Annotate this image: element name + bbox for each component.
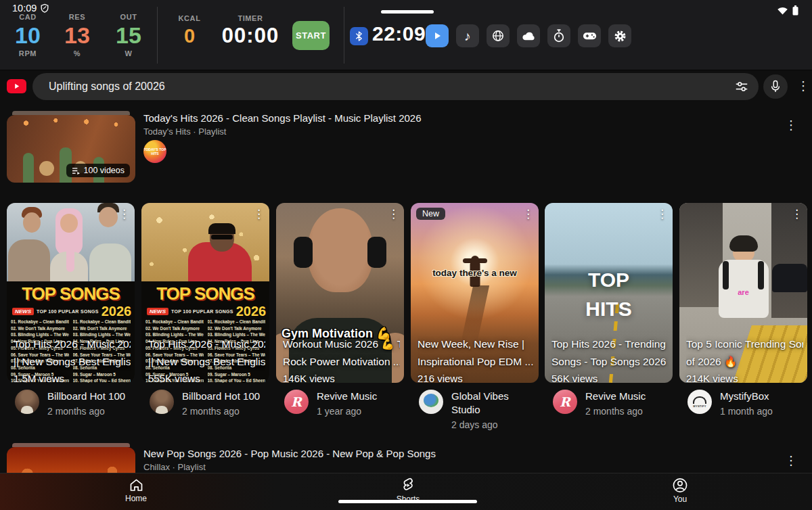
playlist-title[interactable]: New Pop Songs 2026 - Pop Music 2026 - Ne… xyxy=(143,448,436,459)
nav-you[interactable]: You xyxy=(672,477,689,504)
video-thumbnail[interactable]: TOP SONGS NEWS TOP 100 PUPLAR SONGS 2026… xyxy=(7,203,135,383)
cloud-app-button[interactable] xyxy=(517,24,540,47)
thumb-photo xyxy=(141,203,269,281)
video-title-overlay[interactable]: Top Hits 2026 - Music 2026 || New Songs … xyxy=(14,335,131,383)
channel-name[interactable]: Revive Music xyxy=(585,390,646,403)
new-badge: New xyxy=(416,208,445,220)
voice-search-button[interactable] xyxy=(763,74,788,99)
divider xyxy=(157,7,158,64)
statusbar-left: 10:09 xyxy=(12,3,49,14)
face xyxy=(60,214,78,233)
resistance-value: 13 xyxy=(64,21,90,49)
headphones-icon xyxy=(693,396,706,404)
battery-icon xyxy=(792,5,798,16)
backpack-strap xyxy=(758,261,764,289)
video-thumbnail[interactable]: are ⋮ Top 5 Iconic Trending Songs of 202… xyxy=(679,203,807,383)
filter-tune-icon[interactable] xyxy=(734,79,749,94)
channel-name[interactable]: Billboard Hot 100 xyxy=(47,390,125,403)
video-thumbnail[interactable]: Gym Motivation 💪 ⋮ Workout Music 2026 💪 … xyxy=(276,203,404,383)
video-age: 2 months ago xyxy=(585,404,646,418)
statusbar-clock: 10:09 xyxy=(12,3,37,14)
screen: 10:09 CAD 10 RPM RES 13 % OUT 15 W KCAL … xyxy=(0,0,812,510)
channel-avatar[interactable]: R xyxy=(284,390,309,414)
video-menu-button[interactable]: ⋮ xyxy=(253,207,265,221)
settings-app-button[interactable] xyxy=(608,24,631,47)
video-title-overlay[interactable]: Top Hits 2026 - Music 2026 || New Songs … xyxy=(148,335,265,383)
gear-icon xyxy=(613,29,627,43)
video-title-overlay[interactable]: Top Hits 2026 - Trending Songs - Top Son… xyxy=(551,335,669,383)
playlist-menu-button[interactable]: ⋮ xyxy=(785,455,797,467)
fitness-top-bar: 10:09 CAD 10 RPM RES 13 % OUT 15 W KCAL … xyxy=(0,0,812,70)
metric-cadence: CAD 10 RPM xyxy=(15,13,41,57)
video-menu-button[interactable]: ⋮ xyxy=(656,207,668,221)
shield-icon xyxy=(40,3,49,14)
person xyxy=(8,239,50,281)
video-card: New today there's a new ⋮ New Week, New … xyxy=(411,203,539,432)
video-title-line1: Top 5 Iconic Trending Songs xyxy=(686,335,803,353)
stopwatch-app-button[interactable] xyxy=(547,24,570,47)
nav-home-label: Home xyxy=(125,494,147,503)
games-app-button[interactable] xyxy=(578,24,601,47)
playlist-title[interactable]: Today's Hits 2026 - Clean Songs Playlist… xyxy=(143,112,422,124)
browser-app-button[interactable] xyxy=(487,24,510,47)
news-badge: NEWS xyxy=(12,308,34,315)
channel-avatar[interactable] xyxy=(15,390,39,414)
channel-name[interactable]: Billboard Hot 100 xyxy=(182,390,260,403)
start-button[interactable]: START xyxy=(292,21,330,50)
video-menu-button[interactable]: ⋮ xyxy=(522,207,534,221)
search-row-menu-button[interactable]: ⋮ xyxy=(797,80,809,92)
channel-name[interactable]: MystifyBox xyxy=(720,390,773,403)
nav-home[interactable]: Home xyxy=(125,477,147,503)
playlist-menu-button[interactable]: ⋮ xyxy=(785,119,797,131)
video-thumbnail[interactable]: New today there's a new ⋮ New Week, New … xyxy=(411,203,539,383)
channel-avatar[interactable] xyxy=(150,390,174,414)
year-text: 2026 xyxy=(102,306,132,317)
channel-name[interactable]: Revive Music xyxy=(317,390,377,403)
split-screen-drag-handle[interactable] xyxy=(381,10,434,14)
youtube-logo[interactable] xyxy=(7,79,26,93)
video-thumbnail[interactable]: TOP HITS ⋮ Top Hits 2026 - Trending Song… xyxy=(545,203,673,383)
playlist-count-text: 100 videos xyxy=(84,166,125,175)
gesture-navigation-bar[interactable] xyxy=(338,500,477,503)
output-value: 15 xyxy=(116,21,141,49)
hair xyxy=(208,223,235,234)
video-thumbnail[interactable]: TOP SONGS NEWS TOP 100 PUPLAR SONGS 2026… xyxy=(141,203,269,383)
playlist-channel-avatar[interactable]: TODAY'S TOP HITS xyxy=(143,140,166,163)
video-menu-button[interactable]: ⋮ xyxy=(791,207,803,221)
bluetooth-button[interactable] xyxy=(350,27,368,45)
music-app-button[interactable]: ♪ xyxy=(456,24,479,47)
video-menu-button[interactable]: ⋮ xyxy=(388,207,399,221)
metric-timer: TIMER 00:00 xyxy=(222,14,279,49)
channel-name[interactable]: Global Vibes Studio xyxy=(451,390,539,417)
cloud-icon xyxy=(522,30,535,41)
channel-avatar[interactable]: R xyxy=(553,390,577,414)
headphone-cup xyxy=(367,237,386,268)
video-title-overlay[interactable]: New Week, New Rise | Inspirational Pop E… xyxy=(418,335,535,383)
play-icon xyxy=(432,31,442,41)
video-title-overlay[interactable]: Top 5 Iconic Trending Songs of 2026 🔥 21… xyxy=(686,335,803,383)
play-button[interactable] xyxy=(426,24,449,47)
channel-avatar[interactable]: MYSTIFY xyxy=(687,390,712,414)
thumb-caption: today there's a new xyxy=(411,268,539,278)
cadence-label: CAD xyxy=(19,13,37,21)
metric-resistance: RES 13 % xyxy=(64,13,90,57)
video-title-line1: Top Hits 2026 - Music 2026 xyxy=(148,335,265,353)
thumb-photo xyxy=(7,203,135,281)
video-title-overlay[interactable]: Workout Music 2026 💪 The Rock Power Moti… xyxy=(283,335,400,383)
resistance-label: RES xyxy=(69,13,85,21)
news-subtitle: TOP 100 PUPLAR SONGS xyxy=(37,309,99,314)
gamepad-icon xyxy=(583,31,597,41)
video-title-line2: || New Songs Best English ... xyxy=(14,353,131,371)
playlist-thumbnail[interactable]: 100 videos xyxy=(7,115,135,183)
search-input[interactable]: Uplifting songs of 20026 xyxy=(32,73,759,100)
video-views: 56K views xyxy=(551,371,669,383)
stopwatch-icon xyxy=(553,29,565,43)
search-query-text: Uplifting songs of 20026 xyxy=(49,80,734,93)
news-badge: NEWS xyxy=(147,308,168,315)
channel-avatar[interactable] xyxy=(419,390,443,414)
video-title-line2: || New Songs Best English ... xyxy=(148,353,265,371)
video-views: 216 views xyxy=(418,371,535,383)
video-card: Gym Motivation 💪 ⋮ Workout Music 2026 💪 … xyxy=(276,203,404,418)
video-card: TOP HITS ⋮ Top Hits 2026 - Trending Song… xyxy=(545,203,673,418)
video-menu-button[interactable]: ⋮ xyxy=(118,207,130,221)
